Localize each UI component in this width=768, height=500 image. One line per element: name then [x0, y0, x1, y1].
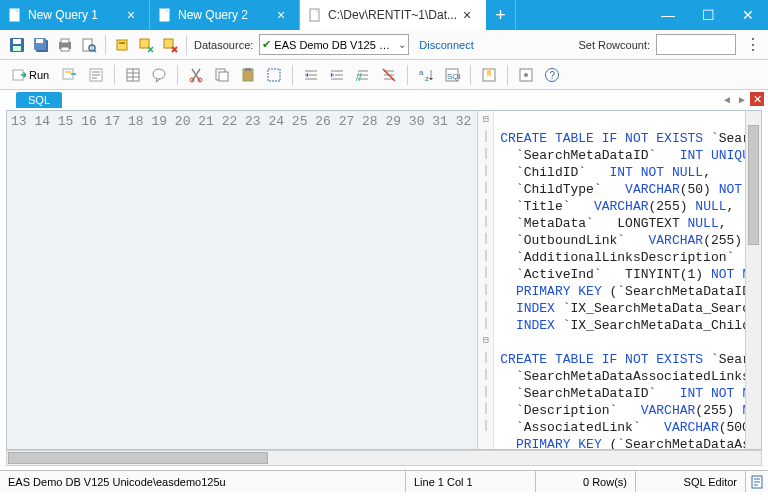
svg-point-30	[153, 69, 165, 79]
editor-area: SQL ◄ ► ✕ 13 14 15 16 17 18 19 20 21 22 …	[0, 90, 768, 470]
comment-block-icon[interactable]: //	[352, 64, 374, 86]
scroll-right-icon[interactable]: ►	[735, 92, 749, 106]
save-icon[interactable]	[6, 34, 28, 56]
datasource-label: Datasource:	[194, 39, 253, 51]
datasource-value: EAS Demo DB V125 Unic	[274, 39, 394, 51]
separator	[407, 65, 408, 85]
line-number-gutter: 13 14 15 16 17 18 19 20 21 22 23 24 25 2…	[7, 111, 478, 449]
svg-rect-8	[36, 39, 43, 43]
save-all-icon[interactable]	[30, 34, 52, 56]
toolbar-primary: Datasource: ✔ EAS Demo DB V125 Unic ⌄ Di…	[0, 30, 768, 60]
title-bar: New Query 1 × New Query 2 × C:\Dev\RENTI…	[0, 0, 768, 30]
scroll-left-icon[interactable]: ◄	[720, 92, 734, 106]
status-datasource: EAS Demo DB V125 Unicode\easdemo125u	[0, 471, 406, 492]
close-icon[interactable]: ×	[127, 8, 141, 22]
disconnect-link[interactable]: Disconnect	[419, 39, 473, 51]
status-rows: 0 Row(s)	[536, 471, 636, 492]
outdent-icon[interactable]	[326, 64, 348, 86]
svg-rect-15	[117, 40, 127, 50]
minimize-button[interactable]: —	[648, 0, 688, 30]
sort-az-icon[interactable]: az	[415, 64, 437, 86]
remove-datasource-icon[interactable]	[159, 34, 181, 56]
status-cursor: Line 1 Col 1	[406, 471, 536, 492]
tabstrip-controls: ◄ ► ✕	[720, 92, 764, 106]
set-rowcount-label: Set Rowcount:	[578, 39, 650, 51]
svg-rect-34	[219, 72, 228, 81]
results-grid-icon[interactable]	[122, 64, 144, 86]
close-icon[interactable]: ×	[277, 8, 291, 22]
window-tabs: New Query 1 × New Query 2 × C:\Dev\RENTI…	[0, 0, 648, 30]
status-page-icon[interactable]	[746, 471, 768, 492]
svg-point-58	[524, 73, 528, 77]
code-editor[interactable]: 13 14 15 16 17 18 19 20 21 22 23 24 25 2…	[6, 110, 762, 450]
refresh-datasource-icon[interactable]	[135, 34, 157, 56]
print-icon[interactable]	[54, 34, 76, 56]
scrollbar-thumb[interactable]	[8, 452, 268, 464]
explain-plan-icon[interactable]	[85, 64, 107, 86]
svg-rect-36	[245, 68, 251, 71]
copy-icon[interactable]	[211, 64, 233, 86]
separator	[114, 65, 115, 85]
document-icon	[158, 8, 172, 22]
scrollbar-thumb[interactable]	[748, 125, 759, 245]
svg-text:a: a	[419, 68, 424, 77]
status-editor-mode: SQL Editor	[636, 471, 746, 492]
document-icon	[8, 8, 22, 22]
separator	[470, 65, 471, 85]
svg-rect-37	[268, 69, 280, 81]
vertical-scrollbar[interactable]	[745, 111, 761, 449]
uncomment-block-icon[interactable]	[378, 64, 400, 86]
separator	[105, 35, 106, 55]
svg-text:?: ?	[550, 70, 556, 81]
connect-datasource-icon[interactable]	[111, 34, 133, 56]
fold-gutter[interactable]: ⊟ │ │ │ │ │ │ │ │ │ │ │ │ ⊟ │ │ │ │ │	[478, 111, 494, 449]
datasource-select[interactable]: ✔ EAS Demo DB V125 Unic ⌄	[259, 34, 409, 55]
svg-rect-17	[140, 39, 149, 48]
separator	[177, 65, 178, 85]
separator	[507, 65, 508, 85]
help-icon[interactable]: ?	[541, 64, 563, 86]
select-all-icon[interactable]	[263, 64, 285, 86]
svg-rect-18	[164, 39, 173, 48]
tab-query2[interactable]: New Query 2 ×	[150, 0, 300, 30]
svg-rect-4	[13, 39, 21, 44]
svg-rect-11	[61, 47, 69, 51]
check-icon: ✔	[262, 38, 271, 51]
cut-icon[interactable]	[185, 64, 207, 86]
print-preview-icon[interactable]	[78, 34, 100, 56]
comment-icon[interactable]	[148, 64, 170, 86]
close-button[interactable]: ✕	[728, 0, 768, 30]
status-bar: EAS Demo DB V125 Unicode\easdemo125u Lin…	[0, 470, 768, 492]
bookmark-icon[interactable]	[478, 64, 500, 86]
chevron-down-icon: ⌄	[398, 39, 406, 50]
editor-tab-sql[interactable]: SQL	[16, 92, 62, 108]
format-sql-icon[interactable]: SQL	[441, 64, 463, 86]
tab-label: New Query 1	[28, 8, 121, 22]
indent-icon[interactable]	[300, 64, 322, 86]
maximize-button[interactable]: ☐	[688, 0, 728, 30]
horizontal-scrollbar[interactable]	[6, 450, 762, 466]
svg-rect-5	[13, 46, 21, 51]
add-tab-button[interactable]: +	[486, 0, 516, 30]
svg-rect-21	[65, 71, 71, 73]
run-button[interactable]: Run	[6, 67, 55, 83]
code-content[interactable]: CREATE TABLE IF NOT EXISTS `SearchMetaDa…	[494, 111, 745, 449]
close-panel-icon[interactable]: ✕	[750, 92, 764, 106]
overflow-menu-icon[interactable]: ⋮	[744, 35, 762, 54]
run-selection-icon[interactable]	[59, 64, 81, 86]
tab-query1[interactable]: New Query 1 ×	[0, 0, 150, 30]
rowcount-input[interactable]	[656, 34, 736, 55]
run-label: Run	[29, 69, 49, 81]
toolbar-secondary: Run // az SQL ?	[0, 60, 768, 90]
tab-label: New Query 2	[178, 8, 271, 22]
svg-text:SQL: SQL	[447, 72, 460, 81]
svg-text:z: z	[425, 74, 429, 83]
svg-rect-16	[119, 42, 125, 44]
document-icon	[308, 8, 322, 22]
svg-line-14	[94, 50, 96, 52]
paste-icon[interactable]	[237, 64, 259, 86]
separator	[292, 65, 293, 85]
close-icon[interactable]: ×	[463, 8, 477, 22]
options-icon[interactable]	[515, 64, 537, 86]
tab-file[interactable]: C:\Dev\RENTIT~1\Dat... ×	[300, 0, 486, 30]
